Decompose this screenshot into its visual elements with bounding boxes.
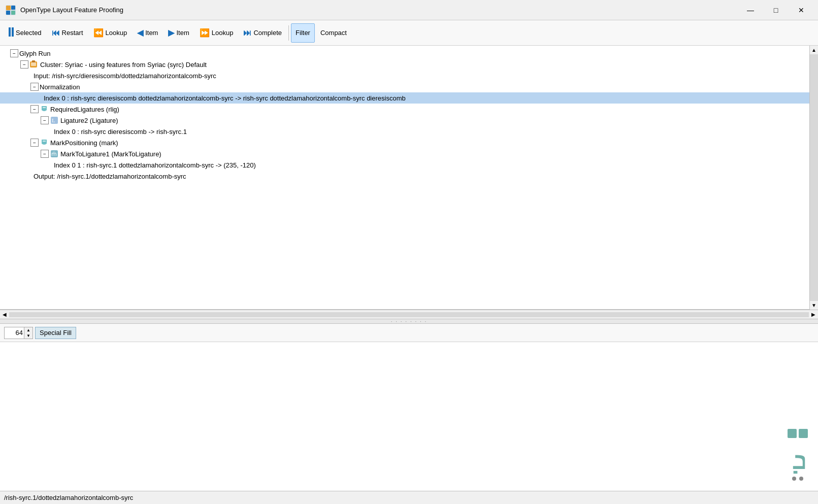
svg-rect-7 — [32, 60, 35, 62]
svg-rect-1 — [6, 6, 11, 10]
compact-button[interactable]: Compact — [316, 23, 351, 43]
filter-label: Filter — [296, 29, 310, 37]
mark-to-lig-expand[interactable]: − — [41, 150, 49, 158]
svg-rect-2 — [11, 6, 15, 10]
svg-rect-11 — [43, 141, 46, 142]
item-back-label: Item — [145, 29, 158, 37]
tree-panel[interactable]: − Glyph Run − Cluster: Syriac - using fe… — [0, 46, 809, 310]
list-item: Index 0 1 : rish-syrc.1 dottedzlamahoriz… — [0, 159, 809, 171]
close-button[interactable]: ✕ — [790, 3, 813, 18]
divider-handle[interactable]: · · · · · · · · — [0, 319, 818, 324]
lookup-fwd-button[interactable]: ⏩ Lookup — [195, 23, 238, 43]
rlig-expand[interactable]: − — [30, 105, 39, 113]
h-scroll-track — [9, 312, 809, 317]
list-item: Input: /rish-syrc/dieresiscomb/dottedzla… — [0, 70, 809, 81]
glyph-square-1 — [788, 429, 797, 438]
item-back-icon: ◀ — [137, 28, 143, 38]
svg-rect-8 — [43, 107, 46, 108]
glyph-character: ܕ — [790, 442, 806, 475]
mark-to-ligature-icon: m̈ — [50, 149, 59, 158]
mark-icon — [40, 105, 49, 114]
root-expand[interactable]: − — [10, 49, 18, 57]
toolbar-separator — [288, 25, 289, 41]
cluster-icon — [29, 60, 39, 69]
scroll-left-button[interactable]: ◀ — [0, 310, 9, 319]
preview-area: ܕ — [0, 342, 818, 491]
divider-dots: · · · · · · · · — [391, 319, 428, 324]
tree-root[interactable]: − Glyph Run — [0, 48, 809, 59]
item-fwd-button[interactable]: ▶ Item — [163, 23, 193, 43]
restart-label: Restart — [62, 29, 83, 37]
main-toolbar: Selected ⏮ Restart ⏪ Lookup ◀ Item ▶ Ite… — [0, 20, 818, 46]
restart-icon: ⏮ — [52, 28, 60, 38]
list-item[interactable]: − Cluster: Syriac - using features from … — [0, 59, 809, 70]
scroll-down-button[interactable]: ▼ — [810, 301, 819, 310]
scroll-up-button[interactable]: ▲ — [810, 46, 819, 54]
list-item[interactable]: − RequiredLigatures (rlig) — [0, 104, 809, 115]
scroll-right-button[interactable]: ▶ — [809, 310, 818, 319]
window-controls: — □ ✕ — [739, 3, 813, 18]
compact-label: Compact — [320, 29, 347, 37]
list-item[interactable]: Index 0 : rish-syrc dieresiscomb dottedz… — [0, 92, 809, 104]
restart-button[interactable]: ⏮ Restart — [47, 23, 88, 43]
title-bar: OpenType Layout Feature Proofing — □ ✕ — [0, 0, 818, 20]
svg-text:m̈: m̈ — [51, 151, 57, 157]
cluster-expand[interactable]: − — [20, 60, 28, 69]
scroll-track — [810, 54, 818, 301]
item-fwd-label: Item — [176, 29, 189, 37]
special-fill-button[interactable]: Special Fill — [35, 327, 76, 339]
selected-button[interactable]: Selected — [4, 23, 46, 43]
bottom-toolbar: ▲ ▼ Special Fill — [0, 324, 818, 342]
glyph-square-2 — [799, 429, 808, 438]
complete-icon: ⏭ — [243, 28, 251, 38]
list-item[interactable]: − L Ligature2 (Ligature) — [0, 115, 809, 126]
list-item[interactable]: − MarkPositioning (mark) — [0, 137, 809, 148]
normalization-expand[interactable]: − — [30, 83, 39, 91]
filter-button[interactable]: Filter — [291, 23, 315, 43]
svg-rect-3 — [6, 11, 10, 15]
lookup-back-button[interactable]: ⏪ Lookup — [89, 23, 132, 43]
ligature-icon: L — [50, 116, 59, 125]
main-area: − Glyph Run − Cluster: Syriac - using fe… — [0, 46, 818, 491]
pause-icon — [9, 27, 14, 38]
size-input[interactable] — [4, 327, 24, 339]
status-text: /rish-syrc.1/dottedzlamahorizontalcomb-s… — [4, 494, 133, 501]
minimize-button[interactable]: — — [739, 3, 762, 18]
app-icon — [5, 5, 16, 16]
horizontal-scrollbar[interactable]: ◀ ▶ — [0, 310, 818, 319]
lookup-fwd-label: Lookup — [212, 29, 234, 37]
list-item: Output: /rish-syrc.1/dottedzlamahorizont… — [0, 171, 809, 182]
svg-rect-4 — [11, 11, 15, 15]
spinner-up-button[interactable]: ▲ — [24, 327, 32, 333]
lookup-fwd-icon: ⏩ — [200, 28, 210, 38]
list-item[interactable]: − Normalization — [0, 81, 809, 92]
window-title: OpenType Layout Feature Proofing — [20, 6, 739, 14]
glyph-dot-1 — [792, 477, 796, 481]
glyph-dot-2 — [799, 477, 803, 481]
lookup-back-icon: ⏪ — [93, 28, 104, 38]
vertical-scrollbar[interactable]: ▲ ▼ — [809, 46, 818, 310]
list-item[interactable]: − m̈ MarkToLigature1 (MarkToLigature) — [0, 148, 809, 159]
spinner-down-button[interactable]: ▼ — [24, 333, 32, 339]
mark-positioning-icon — [40, 138, 49, 147]
mark-expand[interactable]: − — [30, 139, 39, 147]
item-fwd-icon: ▶ — [168, 28, 174, 38]
status-bar: /rish-syrc.1/dottedzlamahorizontalcomb-s… — [0, 491, 818, 504]
selected-label: Selected — [16, 29, 42, 37]
complete-button[interactable]: ⏭ Complete — [239, 23, 286, 43]
list-item: Index 0 : rish-syrc dieresiscomb -> rish… — [0, 126, 809, 137]
svg-text:L: L — [52, 117, 55, 123]
complete-label: Complete — [253, 29, 282, 37]
maximize-button[interactable]: □ — [764, 3, 788, 18]
lookup-back-label: Lookup — [106, 29, 127, 37]
spinner-arrows: ▲ ▼ — [24, 327, 33, 339]
item-back-button[interactable]: ◀ Item — [133, 23, 162, 43]
glyph-preview: ܕ — [788, 429, 808, 481]
size-spinner[interactable]: ▲ ▼ — [4, 327, 33, 339]
ligature2-expand[interactable]: − — [41, 116, 49, 124]
svg-rect-6 — [31, 62, 36, 66]
